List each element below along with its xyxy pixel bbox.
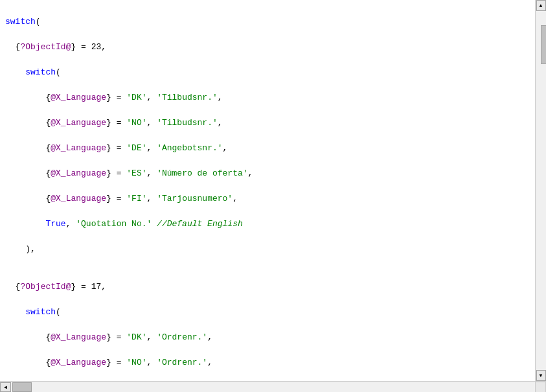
scrollbar-corner xyxy=(535,382,546,392)
scroll-up-arrow[interactable]: ▲ xyxy=(536,0,546,11)
editor-container: switch( {?ObjectId@} = 23, switch( {@X_L… xyxy=(0,0,546,392)
horizontal-scrollbar[interactable]: ◀ xyxy=(0,382,535,392)
scroll-down-arrow[interactable]: ▼ xyxy=(536,370,546,381)
horizontal-scrollbar-container: ◀ xyxy=(0,381,546,392)
scroll-left-arrow[interactable]: ◀ xyxy=(0,382,11,392)
code-content[interactable]: switch( {?ObjectId@} = 23, switch( {@X_L… xyxy=(0,0,535,381)
scroll-thumb-v[interactable] xyxy=(541,25,546,64)
scroll-thumb-h[interactable] xyxy=(12,382,32,392)
vertical-scrollbar[interactable]: ▲ ▼ xyxy=(535,0,546,381)
code-area: switch( {?ObjectId@} = 23, switch( {@X_L… xyxy=(0,0,546,381)
